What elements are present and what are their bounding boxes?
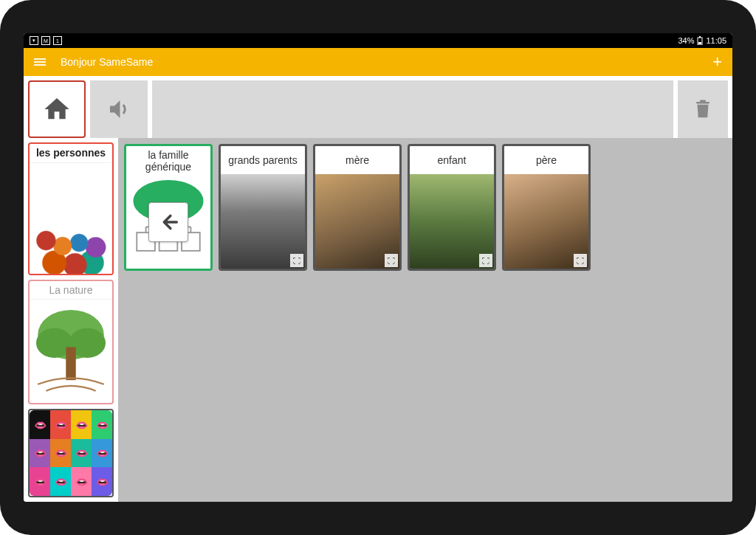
home-button[interactable] (28, 80, 86, 138)
battery-icon (697, 36, 703, 45)
sidebar-item-label: les personnes (30, 144, 112, 163)
back-arrow-icon (148, 202, 188, 242)
delete-button[interactable] (678, 80, 728, 138)
card-enfant[interactable]: enfant ⛶ (408, 144, 496, 271)
speaker-icon (106, 96, 132, 122)
app-title: Bonjour SameSame (61, 56, 698, 68)
home-icon (42, 94, 72, 124)
sidebar-item-nature[interactable]: La nature (28, 280, 114, 405)
expand-icon[interactable]: ⛶ (479, 254, 492, 267)
card-label: mère (315, 146, 399, 174)
svg-rect-8 (66, 348, 75, 381)
card-label: enfant (410, 146, 494, 174)
status-left: ▾ M 1 (30, 36, 62, 45)
status-right: 34% 11:05 (678, 36, 726, 45)
content-area: les personnes La nature (24, 138, 732, 502)
tablet-frame: ▾ M 1 34% 11:05 Bonjour SameSame + (0, 0, 756, 535)
battery-text: 34% (678, 36, 694, 45)
speak-button[interactable] (90, 80, 148, 138)
expand-icon[interactable]: ⛶ (290, 254, 303, 267)
expand-icon[interactable]: ⛶ (574, 254, 587, 267)
sidebar-item-label: La nature (30, 281, 112, 300)
add-icon[interactable]: + (712, 52, 722, 72)
svg-rect-4 (700, 100, 706, 103)
toolbar (24, 76, 732, 138)
card-label: la famille générique (126, 146, 210, 176)
tree-icon (30, 300, 112, 403)
crowd-icon (30, 163, 112, 274)
card-grands-parents[interactable]: grands parents ⛶ (219, 144, 307, 271)
category-sidebar: les personnes La nature (24, 138, 118, 502)
screen: ▾ M 1 34% 11:05 Bonjour SameSame + (24, 33, 732, 502)
status-bar: ▾ M 1 34% 11:05 (24, 33, 732, 48)
message-bar[interactable] (152, 80, 673, 138)
card-pere[interactable]: père ⛶ (502, 144, 591, 271)
clock-text: 11:05 (706, 36, 726, 45)
card-grid: la famille générique (118, 138, 732, 502)
sidebar-item-expressions[interactable]: 👄👄👄👄 👄👄👄👄 👄👄👄👄 (28, 409, 114, 497)
card-mere[interactable]: mère ⛶ (313, 144, 402, 271)
svg-rect-1 (698, 42, 701, 44)
trash-icon (692, 97, 714, 122)
expand-icon[interactable]: ⛶ (385, 254, 398, 267)
app-notification-icon: 1 (53, 36, 62, 45)
card-label: père (504, 146, 588, 174)
sidebar-item-personnes[interactable]: les personnes (28, 142, 114, 275)
card-image: ⛶ (410, 174, 494, 269)
card-label: grands parents (221, 146, 305, 174)
card-image: ⛶ (504, 174, 588, 269)
svg-rect-3 (696, 102, 709, 104)
card-image: ⛶ (221, 174, 305, 269)
mail-icon: M (41, 36, 50, 45)
card-image: ⛶ (315, 174, 399, 269)
menu-icon[interactable] (34, 58, 46, 66)
card-back[interactable]: la famille générique (124, 144, 213, 271)
popart-icon: 👄👄👄👄 👄👄👄👄 👄👄👄👄 (30, 410, 112, 496)
svg-rect-2 (699, 36, 701, 38)
card-image (126, 176, 210, 269)
notification-icon: ▾ (30, 36, 38, 45)
app-bar: Bonjour SameSame + (24, 48, 732, 76)
